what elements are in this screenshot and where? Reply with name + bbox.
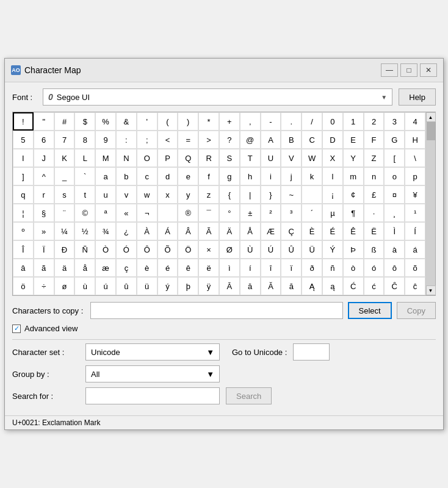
char-cell[interactable]: 8: [74, 131, 95, 149]
char-cell[interactable]: ì: [219, 259, 240, 277]
char-cell[interactable]: ç: [116, 259, 137, 277]
char-cell[interactable]: ¤: [384, 185, 405, 204]
char-cell[interactable]: 2: [364, 112, 385, 131]
char-cell[interactable]: q: [13, 185, 34, 204]
char-cell[interactable]: Ü: [302, 240, 322, 259]
char-cell[interactable]: Ð: [54, 240, 75, 259]
char-cell[interactable]: Ã: [198, 222, 219, 240]
char-cell[interactable]: Ĉ: [384, 277, 405, 295]
char-cell[interactable]: e: [178, 167, 198, 185]
char-cell[interactable]: Ø: [219, 240, 240, 259]
char-cell[interactable]: x: [157, 185, 178, 204]
char-cell[interactable]: Õ: [157, 240, 178, 259]
char-cell[interactable]: Î: [13, 240, 34, 259]
char-cell[interactable]: £: [364, 185, 385, 204]
char-cell[interactable]: Ì: [384, 222, 405, 240]
char-cell[interactable]: Å: [240, 222, 261, 240]
char-cell[interactable]: Ú: [261, 240, 281, 259]
char-cell[interactable]: Ó: [116, 240, 137, 259]
char-cell[interactable]: s: [54, 185, 75, 204]
char-cell[interactable]: O: [137, 149, 157, 167]
char-cell[interactable]: ,: [240, 112, 261, 131]
char-cell[interactable]: È: [302, 222, 322, 240]
char-cell[interactable]: à: [384, 240, 405, 259]
char-cell[interactable]: Ê: [343, 222, 364, 240]
char-cell[interactable]: ]: [13, 167, 34, 185]
char-cell[interactable]: Z: [364, 149, 385, 167]
char-cell[interactable]: ;: [137, 131, 157, 149]
char-cell[interactable]: G: [384, 131, 405, 149]
char-cell[interactable]: ø: [54, 277, 75, 295]
char-cell[interactable]: æ: [95, 259, 116, 277]
char-cell[interactable]: @: [240, 131, 261, 149]
char-cell[interactable]: M: [95, 149, 116, 167]
char-cell[interactable]: W: [302, 149, 322, 167]
char-cell[interactable]: #: [54, 112, 75, 131]
char-cell[interactable]: k: [302, 167, 322, 185]
char-cell[interactable]: U: [261, 149, 281, 167]
char-cell[interactable]: J: [34, 149, 54, 167]
char-cell[interactable]: »: [34, 222, 54, 240]
char-cell[interactable]: y: [178, 185, 198, 204]
char-cell[interactable]: ă: [281, 277, 302, 295]
char-cell[interactable]: Ä: [219, 222, 240, 240]
char-cell[interactable]: ¼: [54, 222, 75, 240]
char-cell[interactable]: V: [281, 149, 302, 167]
char-cell[interactable]: Æ: [261, 222, 281, 240]
char-cell[interactable]: H: [405, 131, 425, 149]
search-input[interactable]: [85, 387, 220, 404]
char-cell[interactable]: ¿: [116, 222, 137, 240]
char-cell[interactable]: Ă: [261, 277, 281, 295]
char-cell[interactable]: í: [240, 259, 261, 277]
char-cell[interactable]: E: [343, 131, 364, 149]
char-cell[interactable]: Í: [405, 222, 425, 240]
char-cell[interactable]: ^: [34, 167, 54, 185]
char-cell[interactable]: ô: [384, 259, 405, 277]
char-cell[interactable]: ĉ: [405, 277, 425, 295]
char-cell[interactable]: ä: [54, 259, 75, 277]
char-cell[interactable]: f: [198, 167, 219, 185]
char-cell[interactable]: r: [34, 185, 54, 204]
char-cell[interactable]: 6: [34, 131, 54, 149]
char-cell[interactable]: ª: [95, 204, 116, 222]
scroll-up-icon[interactable]: ▲: [426, 112, 436, 122]
chars-to-copy-input[interactable]: [90, 302, 343, 319]
char-cell[interactable]: D: [322, 131, 343, 149]
char-cell[interactable]: ): [178, 112, 198, 131]
char-cell[interactable]: t: [74, 185, 95, 204]
char-cell[interactable]: j: [281, 167, 302, 185]
char-cell[interactable]: ²: [261, 204, 281, 222]
char-cell[interactable]: !: [13, 112, 34, 131]
char-cell[interactable]: ~: [281, 185, 302, 204]
char-cell[interactable]: z: [198, 185, 219, 204]
char-cell[interactable]: ò: [343, 259, 364, 277]
char-cell[interactable]: F: [364, 131, 385, 149]
scroll-track[interactable]: [426, 122, 435, 285]
char-cell[interactable]: %: [95, 112, 116, 131]
char-cell[interactable]: A: [261, 131, 281, 149]
char-cell[interactable]: Ù: [240, 240, 261, 259]
char-cell[interactable]: v: [116, 185, 137, 204]
char-cell[interactable]: b: [116, 167, 137, 185]
char-cell[interactable]: 5: [13, 131, 34, 149]
char-cell[interactable]: ¬: [137, 204, 157, 222]
char-cell[interactable]: ë: [198, 259, 219, 277]
char-cell[interactable]: ­: [157, 204, 178, 222]
char-cell[interactable]: Ñ: [74, 240, 95, 259]
char-cell[interactable]: ¦: [13, 204, 34, 222]
char-cell[interactable]: Ç: [281, 222, 302, 240]
scrollbar[interactable]: ▲ ▼: [425, 112, 435, 295]
char-cell[interactable]: ê: [178, 259, 198, 277]
char-cell[interactable]: +: [219, 112, 240, 131]
char-cell[interactable]: h: [240, 167, 261, 185]
char-cell[interactable]: {: [219, 185, 240, 204]
char-cell[interactable]: Ā: [219, 277, 240, 295]
char-cell[interactable]: /: [302, 112, 322, 131]
char-cell[interactable]: ©: [74, 204, 95, 222]
char-cell[interactable]: 3: [384, 112, 405, 131]
char-cell[interactable]: ¥: [405, 185, 425, 204]
char-cell[interactable]: Ï: [34, 240, 54, 259]
char-cell[interactable]: -: [261, 112, 281, 131]
char-cell[interactable]: õ: [405, 259, 425, 277]
char-cell[interactable]: ð: [302, 259, 322, 277]
